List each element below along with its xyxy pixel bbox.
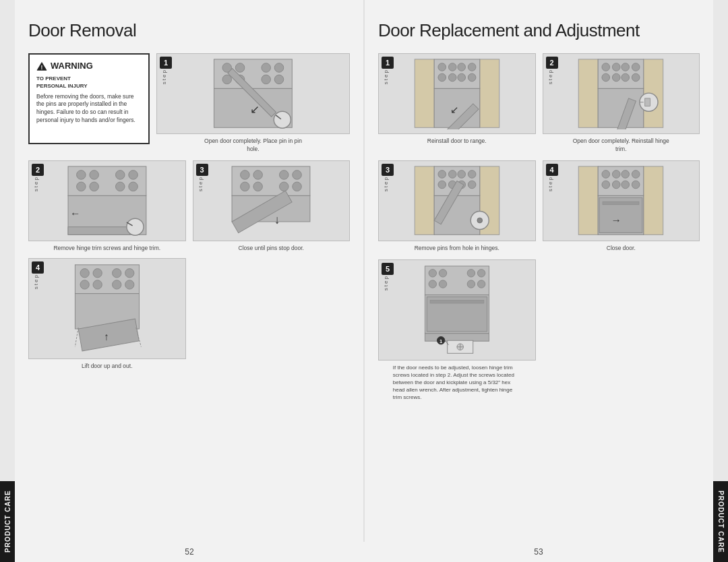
svg-point-91 bbox=[458, 170, 466, 178]
left-page-title: Door Removal bbox=[28, 20, 350, 41]
right-step-3-svg bbox=[383, 165, 531, 237]
step-3-item: 3 step bbox=[193, 160, 351, 253]
step-2-svg: ← bbox=[33, 165, 181, 237]
svg-point-50 bbox=[125, 280, 133, 289]
svg-point-93 bbox=[438, 181, 446, 189]
step-1-caption: Open door completely. Place pin in pin h… bbox=[200, 137, 307, 154]
right-step-5-badge: 5 bbox=[382, 263, 394, 275]
svg-point-28 bbox=[127, 218, 144, 235]
svg-point-78 bbox=[613, 73, 621, 82]
svg-point-22 bbox=[90, 182, 99, 191]
step-1-item: 1 step bbox=[156, 53, 350, 154]
svg-rect-85 bbox=[645, 98, 650, 106]
step-2-image: 2 step bbox=[28, 160, 186, 241]
svg-point-107 bbox=[632, 170, 640, 178]
warning-box: ! WARNING TO PREVENTPERSONAL INJURY Befo… bbox=[28, 53, 150, 144]
svg-point-75 bbox=[621, 63, 630, 71]
svg-point-9 bbox=[262, 75, 271, 84]
right-mid-row: 3 step bbox=[378, 160, 700, 253]
svg-point-89 bbox=[438, 170, 446, 178]
svg-point-24 bbox=[129, 182, 138, 191]
right-step-4-badge: 4 bbox=[546, 164, 558, 176]
right-page-title: Door Replacement and Adjustment bbox=[378, 20, 700, 41]
svg-point-20 bbox=[129, 170, 138, 179]
svg-point-74 bbox=[613, 63, 621, 71]
page-number-left: 52 bbox=[15, 547, 364, 557]
svg-point-108 bbox=[602, 181, 610, 189]
page-right: Door Replacement and Adjustment 1 step bbox=[365, 0, 713, 542]
right-step-5-item: 5 step bbox=[378, 259, 536, 402]
svg-point-31 bbox=[241, 170, 250, 179]
right-step-2-item: 2 step bbox=[543, 53, 700, 154]
svg-text:↑: ↑ bbox=[104, 331, 109, 342]
warning-body: Before removing the doors, make sure the… bbox=[36, 93, 142, 125]
step-2-badge: 2 bbox=[32, 164, 44, 176]
right-step-4-caption: Close door. bbox=[607, 245, 636, 253]
warning-title: ! WARNING bbox=[36, 60, 142, 72]
right-top-row: 1 step bbox=[378, 53, 700, 154]
warning-heading: WARNING bbox=[51, 60, 93, 72]
svg-point-106 bbox=[621, 170, 630, 178]
right-step-3-image: 3 step bbox=[378, 160, 536, 241]
svg-point-14 bbox=[274, 111, 291, 128]
svg-point-10 bbox=[274, 75, 284, 84]
step-4-badge: 4 bbox=[32, 261, 44, 274]
step-4-svg: ↑ bbox=[33, 263, 181, 353]
svg-point-21 bbox=[76, 182, 86, 191]
right-step-1-item: 1 step bbox=[378, 53, 536, 154]
right-step-2-badge: 2 bbox=[546, 57, 558, 69]
svg-point-45 bbox=[112, 269, 121, 278]
svg-point-117 bbox=[429, 270, 436, 277]
svg-point-6 bbox=[274, 63, 284, 73]
svg-point-38 bbox=[293, 182, 302, 191]
svg-text:←: ← bbox=[70, 208, 80, 219]
svg-rect-56 bbox=[415, 59, 434, 127]
svg-point-119 bbox=[467, 270, 475, 277]
svg-rect-70 bbox=[578, 59, 598, 127]
right-step-4-image: 4 step bbox=[543, 160, 700, 241]
svg-point-18 bbox=[90, 170, 99, 179]
svg-point-46 bbox=[125, 269, 133, 278]
svg-point-23 bbox=[115, 182, 125, 191]
step-3-badge: 3 bbox=[196, 164, 208, 176]
right-step-2-image: 2 step bbox=[543, 53, 700, 134]
main-content: Door Removal ! WARNING TO PREVENTPERSONA… bbox=[15, 0, 713, 542]
svg-point-92 bbox=[468, 170, 476, 178]
step-row-23: 2 step bbox=[28, 160, 350, 253]
right-step-5-svg: 1 bbox=[383, 265, 531, 354]
svg-point-65 bbox=[458, 73, 466, 82]
svg-rect-102 bbox=[644, 166, 663, 235]
svg-point-80 bbox=[632, 73, 640, 82]
svg-point-19 bbox=[115, 170, 125, 179]
svg-text:↙: ↙ bbox=[450, 104, 459, 115]
right-step-1-badge: 1 bbox=[382, 57, 394, 69]
svg-point-44 bbox=[93, 269, 102, 278]
svg-point-17 bbox=[76, 170, 86, 179]
page-container: Product Care Product Care Door Removal !… bbox=[0, 0, 728, 562]
svg-point-66 bbox=[468, 73, 476, 82]
right-step-3-item: 3 step bbox=[378, 160, 536, 253]
svg-point-59 bbox=[438, 63, 446, 71]
svg-point-61 bbox=[458, 63, 466, 71]
right-step-5-caption: If the door needs to be adjusted, loosen… bbox=[393, 364, 521, 402]
svg-point-64 bbox=[448, 73, 456, 82]
top-row-left: ! WARNING TO PREVENTPERSONAL INJURY Befo… bbox=[28, 53, 350, 154]
svg-point-36 bbox=[253, 182, 263, 191]
svg-point-122 bbox=[439, 280, 446, 288]
side-tab-right: Product Care bbox=[713, 481, 728, 562]
svg-point-123 bbox=[467, 280, 475, 288]
svg-point-100 bbox=[477, 218, 483, 223]
svg-point-79 bbox=[621, 73, 630, 82]
svg-text:↓: ↓ bbox=[274, 213, 280, 226]
side-tab-left: Product Care bbox=[0, 481, 15, 562]
svg-point-5 bbox=[262, 63, 271, 73]
svg-text:!: ! bbox=[41, 64, 43, 71]
svg-point-7 bbox=[222, 75, 232, 84]
right-step-2-svg bbox=[547, 58, 695, 129]
svg-point-121 bbox=[429, 280, 436, 288]
step-2-item: 2 step bbox=[28, 160, 186, 253]
svg-point-34 bbox=[293, 170, 302, 179]
step-4-caption: Lift door up and out. bbox=[82, 363, 133, 371]
svg-point-49 bbox=[112, 280, 121, 289]
svg-line-54 bbox=[75, 327, 78, 347]
